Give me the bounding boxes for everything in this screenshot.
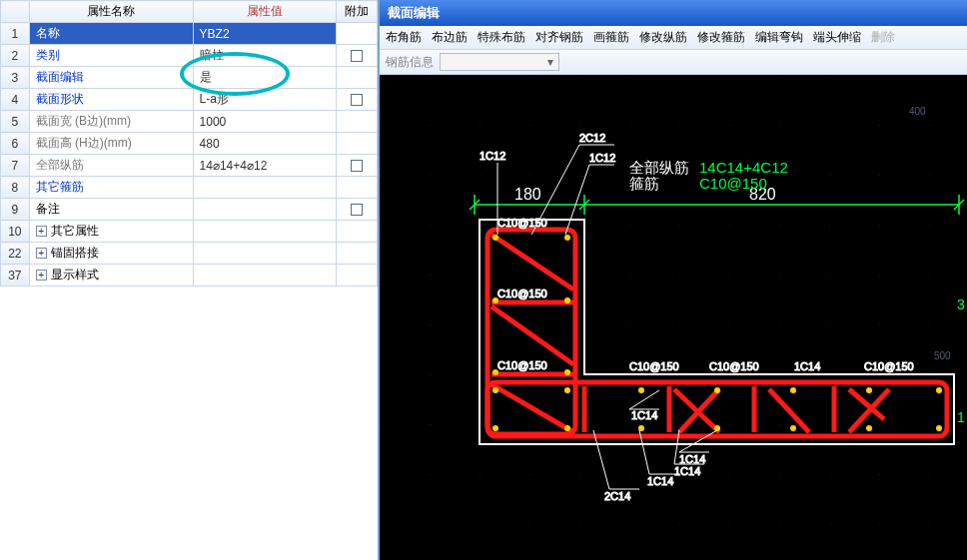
table-row[interactable]: 6截面高 (H边)(mm)480 bbox=[1, 133, 378, 155]
svg-point-30 bbox=[564, 235, 570, 241]
row-value[interactable] bbox=[193, 265, 336, 286]
row-value[interactable] bbox=[193, 177, 336, 199]
expand-icon[interactable]: + bbox=[36, 226, 47, 237]
svg-text:1: 1 bbox=[957, 409, 965, 425]
toolbar-button[interactable]: 编辑弯钩 bbox=[755, 29, 803, 46]
checkbox-icon[interactable] bbox=[351, 160, 363, 172]
row-name: 截面高 (H边)(mm) bbox=[29, 133, 193, 155]
table-row[interactable]: 3截面编辑是 bbox=[1, 67, 378, 89]
svg-point-44 bbox=[790, 425, 796, 431]
row-addon[interactable] bbox=[337, 45, 378, 67]
svg-point-43 bbox=[790, 387, 796, 393]
table-row[interactable]: 37+显示样式 bbox=[1, 265, 378, 286]
col-addon: 附加 bbox=[337, 1, 378, 23]
checkbox-icon[interactable] bbox=[351, 204, 363, 216]
toolbar-button[interactable]: 对齐钢筋 bbox=[535, 29, 583, 46]
row-index: 5 bbox=[1, 111, 30, 133]
row-index: 1 bbox=[1, 23, 30, 45]
svg-point-48 bbox=[936, 425, 942, 431]
row-addon[interactable] bbox=[337, 23, 378, 45]
row-addon[interactable] bbox=[337, 67, 378, 89]
row-addon[interactable] bbox=[337, 221, 378, 243]
table-row[interactable]: 4截面形状L-a形 bbox=[1, 89, 378, 111]
row-value[interactable] bbox=[193, 221, 336, 243]
svg-text:C10@150: C10@150 bbox=[497, 359, 547, 371]
row-addon[interactable] bbox=[337, 199, 378, 221]
label-all-val: 14C14+4C12 bbox=[699, 159, 788, 176]
row-addon[interactable] bbox=[337, 111, 378, 133]
row-addon[interactable] bbox=[337, 265, 378, 286]
row-name: 截面宽 (B边)(mm) bbox=[29, 111, 193, 133]
svg-point-41 bbox=[714, 387, 720, 393]
svg-point-37 bbox=[492, 425, 498, 431]
svg-text:1C12: 1C12 bbox=[589, 152, 615, 164]
toolbar-button[interactable]: 布角筋 bbox=[386, 29, 422, 46]
table-row[interactable]: 1名称YBZ2 bbox=[1, 23, 378, 45]
row-value[interactable] bbox=[193, 199, 336, 221]
rebar-info-bar: 钢筋信息 ▾ bbox=[380, 50, 967, 75]
chevron-down-icon: ▾ bbox=[542, 55, 558, 69]
toolbar-button[interactable]: 特殊布筋 bbox=[478, 29, 525, 46]
svg-text:C10@150: C10@150 bbox=[629, 360, 679, 372]
svg-point-29 bbox=[492, 235, 498, 241]
table-row[interactable]: 10+其它属性 bbox=[1, 221, 378, 243]
toolbar-button[interactable]: 画箍筋 bbox=[593, 29, 629, 46]
row-addon[interactable] bbox=[337, 133, 378, 155]
toolbar-button[interactable]: 布边筋 bbox=[432, 29, 468, 46]
table-row[interactable]: 7全部纵筋14⌀14+4⌀12 bbox=[1, 155, 378, 177]
table-row[interactable]: 22+锚固搭接 bbox=[1, 243, 378, 265]
checkbox-icon[interactable] bbox=[351, 94, 363, 106]
row-value[interactable]: 1000 bbox=[193, 111, 336, 133]
row-name: 其它箍筋 bbox=[29, 177, 193, 199]
row-value[interactable]: 480 bbox=[193, 133, 336, 155]
section-canvas[interactable]: 400 180 820 3 500 1 全部纵筋 14C14+4C12 箍筋 bbox=[380, 75, 967, 560]
col-index bbox=[1, 1, 30, 23]
svg-point-32 bbox=[564, 297, 570, 303]
row-name: +锚固搭接 bbox=[29, 243, 193, 265]
editor-toolbar: 布角筋布边筋特殊布筋对齐钢筋画箍筋修改纵筋修改箍筋编辑弯钩端头伸缩删除 bbox=[380, 26, 967, 50]
row-value[interactable]: 暗柱 bbox=[193, 45, 336, 67]
rebar-info-combo[interactable]: ▾ bbox=[440, 53, 559, 71]
svg-text:C10@150: C10@150 bbox=[497, 287, 547, 299]
toolbar-button[interactable]: 修改箍筋 bbox=[697, 29, 745, 46]
col-name: 属性名称 bbox=[29, 1, 193, 23]
svg-text:400: 400 bbox=[909, 106, 926, 117]
row-addon[interactable] bbox=[337, 155, 378, 177]
svg-point-46 bbox=[866, 425, 872, 431]
section-editor: 截面编辑 布角筋布边筋特殊布筋对齐钢筋画箍筋修改纵筋修改箍筋编辑弯钩端头伸缩删除… bbox=[380, 0, 967, 560]
svg-text:C10@150: C10@150 bbox=[709, 360, 759, 372]
table-row[interactable]: 8其它箍筋 bbox=[1, 177, 378, 199]
svg-text:1C12: 1C12 bbox=[480, 150, 505, 162]
row-value[interactable]: L-a形 bbox=[193, 89, 336, 111]
row-addon[interactable] bbox=[337, 89, 378, 111]
table-row[interactable]: 5截面宽 (B边)(mm)1000 bbox=[1, 111, 378, 133]
svg-text:1C14: 1C14 bbox=[794, 360, 820, 372]
label-stir: 箍筋 bbox=[629, 175, 659, 192]
table-row[interactable]: 2类别暗柱 bbox=[1, 45, 378, 67]
property-panel: 属性名称 属性值 附加 1名称YBZ22类别暗柱3截面编辑是4截面形状L-a形5… bbox=[0, 0, 380, 560]
rebar-info-label: 钢筋信息 bbox=[386, 54, 434, 71]
row-name: 全部纵筋 bbox=[29, 155, 193, 177]
row-value[interactable]: YBZ2 bbox=[193, 23, 336, 45]
svg-point-35 bbox=[492, 387, 498, 393]
row-addon[interactable] bbox=[337, 243, 378, 265]
row-addon[interactable] bbox=[337, 177, 378, 199]
row-value[interactable]: 是 bbox=[193, 67, 336, 89]
row-value[interactable]: 14⌀14+4⌀12 bbox=[193, 155, 336, 177]
expand-icon[interactable]: + bbox=[36, 270, 47, 280]
row-index: 9 bbox=[1, 199, 30, 221]
expand-icon[interactable]: + bbox=[36, 248, 47, 259]
checkbox-icon[interactable] bbox=[351, 50, 363, 62]
row-value[interactable] bbox=[193, 243, 336, 265]
svg-text:3: 3 bbox=[957, 296, 965, 312]
toolbar-button[interactable]: 修改纵筋 bbox=[639, 29, 687, 46]
row-name: 类别 bbox=[29, 45, 193, 67]
row-name: +显示样式 bbox=[29, 265, 193, 286]
row-name: 截面形状 bbox=[29, 89, 193, 111]
col-value: 属性值 bbox=[193, 1, 336, 23]
table-row[interactable]: 9备注 bbox=[1, 199, 378, 221]
row-index: 7 bbox=[1, 155, 30, 177]
toolbar-button[interactable]: 端头伸缩 bbox=[813, 29, 861, 46]
property-table[interactable]: 属性名称 属性值 附加 1名称YBZ22类别暗柱3截面编辑是4截面形状L-a形5… bbox=[0, 0, 378, 286]
svg-text:2C14: 2C14 bbox=[604, 490, 630, 502]
